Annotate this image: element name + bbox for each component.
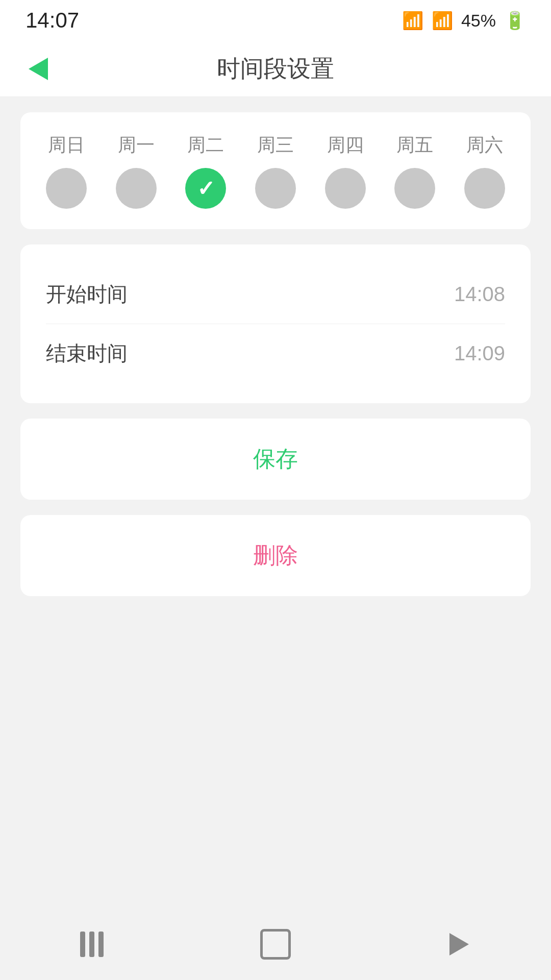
back-arrow-icon <box>29 58 48 80</box>
day-label-0: 周日 <box>48 133 85 158</box>
home-button[interactable] <box>255 924 296 965</box>
time-settings-card: 开始时间14:08结束时间14:09 <box>20 244 531 403</box>
status-bar: 14:07 📶 📶 45% 🔋 <box>0 0 551 41</box>
day-item-1[interactable]: 周一 <box>116 133 157 209</box>
day-circle-1[interactable] <box>116 168 157 209</box>
day-circle-0[interactable] <box>46 168 87 209</box>
day-label-5: 周五 <box>396 133 433 158</box>
day-item-3[interactable]: 周三 <box>255 133 296 209</box>
save-label: 保存 <box>253 444 298 474</box>
recent-apps-button[interactable] <box>71 924 112 965</box>
battery-icon: 🔋 <box>504 10 525 31</box>
day-selector-card: 周日周一周二周三周四周五周六 <box>20 112 531 229</box>
time-label-0: 开始时间 <box>46 280 128 308</box>
back-nav-icon <box>449 933 469 955</box>
day-item-5[interactable]: 周五 <box>394 133 435 209</box>
battery-text: 45% <box>461 11 496 31</box>
day-circle-5[interactable] <box>394 168 435 209</box>
time-label-1: 结束时间 <box>46 339 128 368</box>
main-content: 周日周一周二周三周四周五周六 开始时间14:08结束时间14:09 保存 删除 <box>0 97 551 627</box>
back-button[interactable] <box>20 51 56 87</box>
day-label-2: 周二 <box>187 133 224 158</box>
save-button[interactable]: 保存 <box>20 419 531 500</box>
day-label-6: 周六 <box>466 133 503 158</box>
day-label-3: 周三 <box>257 133 294 158</box>
page-header: 时间段设置 <box>0 41 551 97</box>
day-label-1: 周一 <box>118 133 155 158</box>
wifi-icon: 📶 <box>402 10 423 31</box>
day-item-4[interactable]: 周四 <box>325 133 366 209</box>
day-circle-3[interactable] <box>255 168 296 209</box>
time-row-0[interactable]: 开始时间14:08 <box>46 265 505 324</box>
page-title: 时间段设置 <box>217 53 334 85</box>
day-circle-6[interactable] <box>464 168 505 209</box>
bottom-navigation <box>0 919 551 980</box>
status-time: 14:07 <box>26 8 79 33</box>
time-value-0: 14:08 <box>454 283 505 306</box>
delete-label: 删除 <box>253 541 298 571</box>
delete-button[interactable]: 删除 <box>20 515 531 596</box>
time-value-1: 14:09 <box>454 342 505 365</box>
status-icons: 📶 📶 45% 🔋 <box>402 10 525 31</box>
signal-icon: 📶 <box>432 10 453 31</box>
time-row-1[interactable]: 结束时间14:09 <box>46 324 505 383</box>
day-item-2[interactable]: 周二 <box>185 133 226 209</box>
recent-icon <box>80 932 104 957</box>
day-selector: 周日周一周二周三周四周五周六 <box>46 133 505 209</box>
day-item-0[interactable]: 周日 <box>46 133 87 209</box>
day-item-6[interactable]: 周六 <box>464 133 505 209</box>
day-circle-4[interactable] <box>325 168 366 209</box>
back-nav-button[interactable] <box>439 924 480 965</box>
day-circle-2[interactable] <box>185 168 226 209</box>
home-icon <box>260 929 291 960</box>
day-label-4: 周四 <box>327 133 364 158</box>
